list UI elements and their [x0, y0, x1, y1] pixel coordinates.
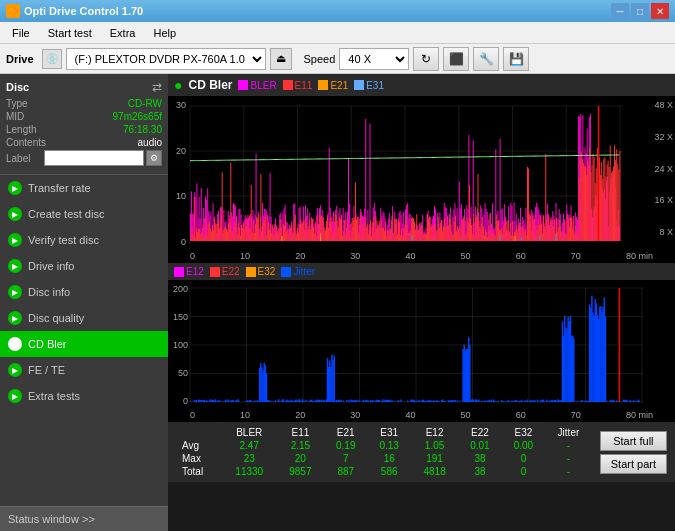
speed-select[interactable]: 40 X	[339, 48, 409, 70]
verify-test-disc-icon: ▶	[8, 233, 22, 247]
disc-panel-title: Disc	[6, 81, 29, 93]
legend-e31: E31	[354, 80, 384, 91]
start-part-button[interactable]: Start part	[600, 454, 667, 474]
legend-label-e22: E22	[222, 266, 240, 277]
chart2-y-labels: 200 150 100 50 0	[168, 280, 190, 410]
table-row-total: Total 11330 9857 887 586 4818 38 0 -	[176, 465, 592, 478]
total-e22: 38	[458, 465, 501, 478]
stats-area: BLER E11 E21 E31 E12 E22 E32 Jitter Avg	[168, 422, 675, 482]
legend-e11: E11	[283, 80, 313, 91]
legend-dot-e32	[246, 267, 256, 277]
start-full-button[interactable]: Start full	[600, 431, 667, 451]
stats-table: BLER E11 E21 E31 E12 E22 E32 Jitter Avg	[176, 426, 592, 478]
eject-button[interactable]: ⏏	[270, 48, 292, 70]
minimize-button[interactable]: ─	[611, 3, 629, 19]
avg-e31: 0.13	[367, 439, 410, 452]
disc-panel: Disc ⇄ Type CD-RW MID 97m26s65f Length 7…	[0, 74, 168, 175]
chart1-area: 30 20 10 0 48 X 32 X 24 X 16 X 8 X	[168, 96, 675, 251]
col-e21: E21	[324, 426, 367, 439]
legend-dot-e21	[318, 80, 328, 90]
nav-label-disc-info: Disc info	[28, 286, 70, 298]
cd-bler-icon: ▶	[8, 337, 22, 351]
nav-label-create-test-disc: Create test disc	[28, 208, 104, 220]
nav-create-test-disc[interactable]: ▶ Create test disc	[0, 201, 168, 227]
legend-label-jitter: Jitter	[293, 266, 315, 277]
max-label: Max	[176, 452, 222, 465]
length-label: Length	[6, 124, 37, 135]
status-window-button[interactable]: Status window >>	[0, 506, 168, 531]
table-row-avg: Avg 2.47 2.15 0.19 0.13 1.05 0.01 0.00 -	[176, 439, 592, 452]
nav-transfer-rate[interactable]: ▶ Transfer rate	[0, 175, 168, 201]
max-e12: 191	[411, 452, 458, 465]
nav-disc-quality[interactable]: ▶ Disc quality	[0, 305, 168, 331]
total-bler: 11330	[222, 465, 277, 478]
nav-disc-info[interactable]: ▶ Disc info	[0, 279, 168, 305]
legend-e32: E32	[246, 266, 276, 277]
nav-label-drive-info: Drive info	[28, 260, 74, 272]
speed-label: Speed	[304, 53, 336, 65]
total-e32: 0	[502, 465, 545, 478]
chart2-canvas	[168, 280, 658, 410]
nav-label-extra-tests: Extra tests	[28, 390, 80, 402]
refresh-button[interactable]: ↻	[413, 47, 439, 71]
avg-jitter: -	[545, 439, 592, 452]
maximize-button[interactable]: □	[631, 3, 649, 19]
legend-dot-e12	[174, 267, 184, 277]
nav-cd-bler[interactable]: ▶ CD Bler	[0, 331, 168, 357]
max-e32: 0	[502, 452, 545, 465]
legend-label-e11: E11	[295, 80, 313, 91]
legend-dot-jitter	[281, 267, 291, 277]
nav-verify-test-disc[interactable]: ▶ Verify test disc	[0, 227, 168, 253]
drive-icon: 💿	[42, 49, 62, 69]
legend-label-e12: E12	[186, 266, 204, 277]
menu-extra[interactable]: Extra	[102, 25, 144, 41]
table-row-max: Max 23 20 7 16 191 38 0 -	[176, 452, 592, 465]
menu-file[interactable]: File	[4, 25, 38, 41]
chart1-icon: ●	[174, 77, 182, 93]
nav-drive-info[interactable]: ▶ Drive info	[0, 253, 168, 279]
chart1-canvas	[168, 96, 658, 251]
tools-button[interactable]: 🔧	[473, 47, 499, 71]
app-icon: 🔶	[6, 4, 20, 18]
max-jitter: -	[545, 452, 592, 465]
drive-select[interactable]: (F:) PLEXTOR DVDR PX-760A 1.07	[66, 48, 266, 70]
chart1-title: CD Bler	[188, 78, 232, 92]
nav-fe-te[interactable]: ▶ FE / TE	[0, 357, 168, 383]
total-e12: 4818	[411, 465, 458, 478]
app-title: Opti Drive Control 1.70	[24, 5, 143, 17]
nav-label-transfer-rate: Transfer rate	[28, 182, 91, 194]
close-button[interactable]: ✕	[651, 3, 669, 19]
type-value: CD-RW	[128, 98, 162, 109]
label-input[interactable]	[44, 150, 144, 166]
nav-label-disc-quality: Disc quality	[28, 312, 84, 324]
legend-dot-bler	[238, 80, 248, 90]
sidebar: Disc ⇄ Type CD-RW MID 97m26s65f Length 7…	[0, 74, 168, 531]
legend-dot-e11	[283, 80, 293, 90]
col-jitter: Jitter	[545, 426, 592, 439]
fe-te-icon: ▶	[8, 363, 22, 377]
max-e22: 38	[458, 452, 501, 465]
label-gear-button[interactable]: ⚙	[146, 150, 162, 166]
nav-extra-tests[interactable]: ▶ Extra tests	[0, 383, 168, 409]
length-value: 76:18.30	[123, 124, 162, 135]
label-label: Label	[6, 153, 30, 164]
drive-toolbar: Drive 💿 (F:) PLEXTOR DVDR PX-760A 1.07 ⏏…	[0, 44, 675, 74]
chart1-title-bar: ● CD Bler BLER E11 E21 E31	[168, 74, 675, 96]
menu-start-test[interactable]: Start test	[40, 25, 100, 41]
erase-button[interactable]: ⬛	[443, 47, 469, 71]
avg-e12: 1.05	[411, 439, 458, 452]
nav-label-verify-test-disc: Verify test disc	[28, 234, 99, 246]
disc-arrow-icon[interactable]: ⇄	[152, 80, 162, 94]
create-test-disc-icon: ▶	[8, 207, 22, 221]
chart1-right-labels: 48 X 32 X 24 X 16 X 8 X	[654, 96, 673, 241]
avg-e22: 0.01	[458, 439, 501, 452]
disc-info-icon: ▶	[8, 285, 22, 299]
save-button[interactable]: 💾	[503, 47, 529, 71]
legend-label-e21: E21	[330, 80, 348, 91]
max-e11: 20	[277, 452, 324, 465]
chart-area: ● CD Bler BLER E11 E21 E31	[168, 74, 675, 531]
avg-label: Avg	[176, 439, 222, 452]
menu-help[interactable]: Help	[145, 25, 184, 41]
total-e11: 9857	[277, 465, 324, 478]
legend-e21: E21	[318, 80, 348, 91]
